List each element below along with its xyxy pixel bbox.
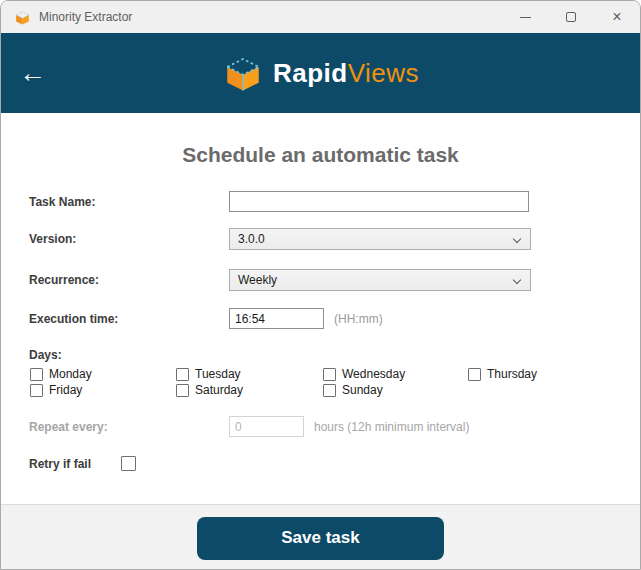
save-task-button[interactable]: Save task [197, 517, 444, 560]
day-item-saturday: Saturday [175, 383, 322, 397]
recurrence-row: Recurrence: Weekly [29, 269, 612, 291]
day-item-monday: Monday [29, 367, 175, 381]
friday-checkbox[interactable] [30, 384, 43, 397]
repeat-every-label: Repeat every: [29, 420, 229, 434]
day-item-thursday: Thursday [467, 367, 612, 381]
recurrence-select[interactable]: Weekly [229, 269, 531, 291]
days-block: Days: Monday Tuesday Wednesday Thursday … [29, 348, 612, 397]
task-name-row: Task Name: [29, 191, 612, 212]
day-item-friday: Friday [29, 383, 175, 397]
main-content: Schedule an automatic task Task Name: Ve… [1, 113, 640, 504]
retry-if-fail-label: Retry if fail [29, 457, 91, 471]
chevron-down-icon [513, 235, 521, 243]
monday-checkbox[interactable] [30, 368, 43, 381]
titlebar: Minority Extractor × [1, 1, 640, 33]
day-item-wednesday: Wednesday [322, 367, 467, 381]
tuesday-label: Tuesday [195, 367, 241, 381]
repeat-every-row: Repeat every: hours (12h minimum interva… [29, 416, 612, 437]
recurrence-selected-value: Weekly [238, 273, 277, 287]
window-title: Minority Extractor [39, 10, 132, 24]
close-icon: × [612, 9, 621, 25]
execution-time-hint: (HH:mm) [334, 312, 383, 326]
logo-text-views: Views [348, 58, 419, 88]
tuesday-checkbox[interactable] [176, 368, 189, 381]
execution-time-label: Execution time: [29, 312, 229, 326]
retry-if-fail-checkbox[interactable] [121, 456, 136, 471]
version-row: Version: 3.0.0 [29, 228, 612, 250]
thursday-checkbox[interactable] [468, 368, 481, 381]
app-window: Minority Extractor × ← RapidViews Schedu… [0, 0, 641, 570]
logo-text-rapid: Rapid [273, 58, 348, 88]
thursday-label: Thursday [487, 367, 537, 381]
saturday-label: Saturday [195, 383, 243, 397]
app-icon [14, 9, 31, 26]
execution-time-input[interactable] [229, 308, 324, 329]
logo-text: RapidViews [273, 58, 419, 89]
saturday-checkbox[interactable] [176, 384, 189, 397]
recurrence-label: Recurrence: [29, 273, 229, 287]
wednesday-checkbox[interactable] [323, 368, 336, 381]
day-item-tuesday: Tuesday [175, 367, 322, 381]
repeat-every-hint: hours (12h minimum interval) [314, 420, 469, 434]
sunday-label: Sunday [342, 383, 383, 397]
maximize-button[interactable] [548, 1, 594, 33]
maximize-icon [566, 12, 576, 22]
sunday-checkbox[interactable] [323, 384, 336, 397]
footer: Save task [1, 504, 640, 570]
window-controls: × [502, 1, 640, 33]
back-button[interactable]: ← [19, 60, 46, 87]
rapid-views-logo: RapidViews [222, 52, 419, 94]
version-select[interactable]: 3.0.0 [229, 228, 531, 250]
execution-time-row: Execution time: (HH:mm) [29, 308, 612, 329]
task-name-label: Task Name: [29, 195, 229, 209]
minimize-icon [520, 17, 531, 18]
retry-if-fail-row: Retry if fail [29, 456, 612, 471]
app-header: ← RapidViews [1, 33, 640, 113]
version-label: Version: [29, 232, 229, 246]
wednesday-label: Wednesday [342, 367, 405, 381]
version-selected-value: 3.0.0 [238, 232, 265, 246]
days-label: Days: [29, 348, 612, 362]
friday-label: Friday [49, 383, 82, 397]
page-title: Schedule an automatic task [29, 113, 612, 167]
days-grid: Monday Tuesday Wednesday Thursday Friday… [29, 367, 612, 397]
task-name-input[interactable] [229, 191, 529, 212]
monday-label: Monday [49, 367, 92, 381]
chevron-down-icon [513, 276, 521, 284]
close-button[interactable]: × [594, 1, 640, 33]
day-item-sunday: Sunday [322, 383, 467, 397]
logo-cube-icon [222, 52, 264, 94]
repeat-every-input [229, 416, 304, 437]
minimize-button[interactable] [502, 1, 548, 33]
